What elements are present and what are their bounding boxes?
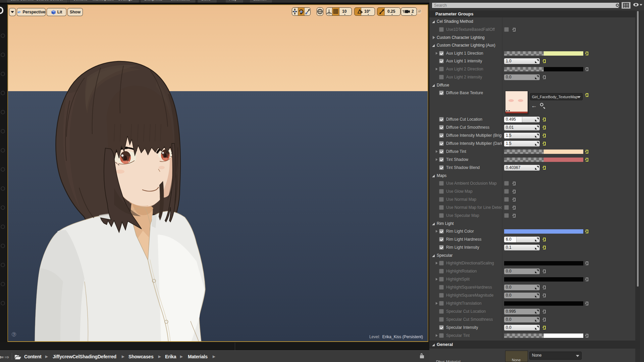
svg-text:2: 2 [412, 9, 414, 14]
svg-text:10: 10 [342, 9, 347, 14]
svg-text:0.25: 0.25 [387, 9, 395, 14]
svg-text:10°: 10° [364, 9, 370, 14]
